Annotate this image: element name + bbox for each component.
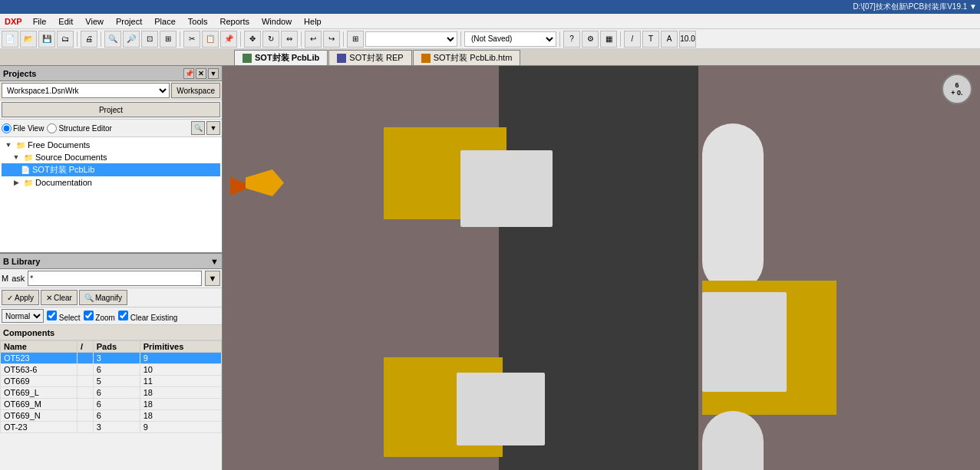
cell-pads: 6: [93, 387, 140, 399]
workspace-button[interactable]: Workspace: [171, 83, 220, 98]
window-menu[interactable]: Window: [256, 15, 298, 28]
table-row[interactable]: OT669_L 6 18: [1, 387, 222, 399]
sep1: [77, 31, 78, 47]
library-collapse-btn[interactable]: ▼: [210, 257, 219, 266]
table-row[interactable]: OT523 3 9: [1, 353, 222, 364]
project-button[interactable]: Project: [2, 102, 220, 117]
copy-btn[interactable]: 📋: [202, 31, 219, 48]
tree-source-docs[interactable]: ▼ 📁 Source Documents: [2, 151, 220, 163]
zoom-fit-btn[interactable]: ⊡: [141, 31, 158, 48]
mirror-btn[interactable]: ⇔: [281, 31, 298, 48]
table-row[interactable]: OT-23 3 9: [1, 422, 222, 433]
projects-title: Projects: [3, 69, 36, 78]
select-label[interactable]: Select: [47, 311, 81, 322]
mode-select[interactable]: Normal: [2, 309, 44, 323]
col-pads[interactable]: Pads: [93, 341, 140, 353]
cell-name: OT563-6: [1, 364, 78, 376]
help-menu[interactable]: Help: [298, 15, 328, 28]
zoom-label[interactable]: Zoom: [84, 311, 115, 322]
projects-pin-btn[interactable]: 📌: [183, 68, 194, 79]
tab-pcblib[interactable]: SOT封装 PcbLib: [234, 50, 328, 65]
redo-btn[interactable]: ↪: [323, 31, 340, 48]
cell-sort: [77, 422, 93, 433]
col-name[interactable]: Name: [1, 341, 78, 353]
paste-btn[interactable]: 📌: [220, 31, 237, 48]
view-toolbar: File View Structure Editor 🔍 ▼: [0, 120, 222, 137]
clear-button[interactable]: ✕ Clear: [41, 290, 78, 305]
grid-dropdown[interactable]: [365, 31, 457, 47]
magnify-button[interactable]: 🔍 Magnify: [79, 290, 127, 305]
dxp-menu[interactable]: DXP: [0, 15, 27, 28]
cell-pads: 6: [93, 410, 140, 422]
structure-editor-radio[interactable]: [47, 123, 57, 133]
clear-existing-checkbox[interactable]: [118, 311, 128, 320]
cell-name: OT523: [1, 353, 78, 364]
tree-docs-label: Documentation: [35, 178, 92, 187]
col-primitives[interactable]: Primitives: [140, 341, 221, 353]
table-row[interactable]: OT669 5 11: [1, 376, 222, 387]
project-menu[interactable]: Project: [110, 15, 148, 28]
open-btn[interactable]: 📂: [20, 31, 37, 48]
undo-btn[interactable]: ↩: [305, 31, 322, 48]
zoom-out-btn[interactable]: 🔎: [123, 31, 140, 48]
sep9: [620, 31, 621, 47]
zoom-indicator: 6 + 0.: [942, 74, 972, 104]
view-icon-1[interactable]: 🔍: [191, 121, 205, 135]
cut-btn[interactable]: ✂: [183, 31, 200, 48]
col-sort[interactable]: /: [77, 341, 93, 353]
mask-row: M ask ▼: [0, 269, 222, 288]
mask-dropdown-btn[interactable]: ▼: [205, 271, 220, 286]
file-menu[interactable]: File: [27, 15, 53, 28]
file-view-label[interactable]: File View: [2, 123, 44, 133]
clear-label: Clear: [54, 294, 72, 302]
zoom-checkbox[interactable]: [84, 311, 94, 320]
save-btn[interactable]: 💾: [38, 31, 55, 48]
workspace-dropdown[interactable]: Workspace1.DsnWrk: [2, 83, 170, 98]
rotate-btn[interactable]: ↻: [262, 31, 279, 48]
tools-menu[interactable]: Tools: [182, 15, 214, 28]
cell-primitives: 9: [140, 422, 221, 433]
save-all-btn[interactable]: 🗂: [57, 31, 74, 48]
clear-existing-label[interactable]: Clear Existing: [118, 311, 177, 322]
projects-menu-btn[interactable]: ▼: [208, 68, 219, 79]
canvas-area[interactable]: 6 + 0.: [223, 66, 980, 470]
structure-editor-label[interactable]: Structure Editor: [47, 123, 111, 133]
reports-menu[interactable]: Reports: [213, 15, 256, 28]
edit-menu[interactable]: Edit: [52, 15, 79, 28]
print-btn[interactable]: 🖨: [81, 31, 97, 48]
tab-pcblib-label: SOT封装 PcbLib: [255, 52, 319, 64]
grid-btn[interactable]: ⊞: [347, 31, 364, 48]
pen-btn[interactable]: /: [624, 31, 641, 48]
settings-btn[interactable]: ⚙: [582, 31, 599, 48]
tree-pcblib-file[interactable]: 📄 SOT封装 PcbLib: [2, 163, 220, 176]
move-btn[interactable]: ✥: [244, 31, 261, 48]
layers-btn[interactable]: ▦: [600, 31, 617, 48]
mask-input[interactable]: [28, 271, 202, 286]
components-table-container[interactable]: Name / Pads Primitives OT523 3 9 OT563-6…: [0, 340, 222, 470]
table-row[interactable]: OT669_N 6 18: [1, 410, 222, 422]
zoom-in-btn[interactable]: 🔍: [104, 31, 121, 48]
tree-documentation[interactable]: ▶ 📁 Documentation: [2, 176, 220, 189]
place-menu[interactable]: Place: [148, 15, 182, 28]
projects-close-btn[interactable]: ✕: [196, 68, 206, 79]
projects-header: Projects 📌 ✕ ▼: [0, 66, 222, 81]
tab-htm[interactable]: SOT封装 PcbLib.htm: [413, 50, 521, 65]
help-btn[interactable]: ?: [563, 31, 580, 48]
text-btn[interactable]: A: [661, 31, 678, 48]
tab-rep[interactable]: SOT封装 REP: [328, 50, 411, 65]
apply-button[interactable]: ✓ Apply: [2, 290, 39, 305]
select-checkbox[interactable]: [47, 311, 57, 320]
ruler-btn[interactable]: T: [642, 31, 659, 48]
view-icon-2[interactable]: ▼: [206, 121, 220, 135]
table-row[interactable]: OT563-6 6 10: [1, 364, 222, 376]
file-view-radio[interactable]: [2, 123, 12, 133]
new-btn[interactable]: 📄: [2, 31, 18, 48]
coord-btn[interactable]: 10.0: [679, 31, 696, 48]
tree-free-docs[interactable]: ▼ 📁 Free Documents: [2, 139, 220, 151]
cell-primitives: 18: [140, 399, 221, 410]
view-menu[interactable]: View: [79, 15, 110, 28]
zoom-area-btn[interactable]: ⊞: [160, 31, 177, 48]
magnify-label: Magnify: [95, 294, 122, 302]
table-row[interactable]: OT669_M 6 18: [1, 399, 222, 410]
snap-dropdown[interactable]: (Not Saved): [464, 31, 556, 47]
